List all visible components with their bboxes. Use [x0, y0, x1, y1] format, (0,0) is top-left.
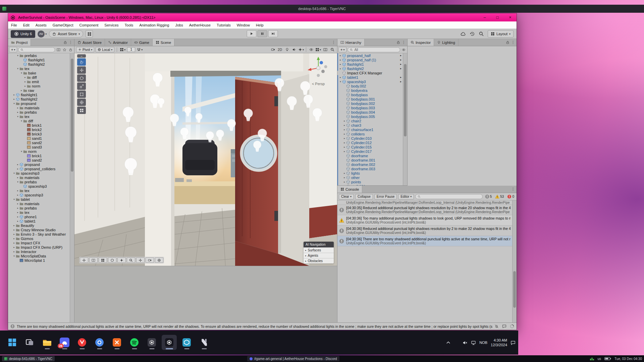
foldout-arrow[interactable]: ▸	[12, 224, 16, 227]
move-tool-button[interactable]	[77, 66, 86, 74]
account-button[interactable]: AV ▾	[38, 31, 47, 38]
hierarchy-item-propsand-half-1[interactable]: ▸propsand_half (1)▸	[337, 58, 403, 62]
tab-asset-store[interactable]: Asset Store	[74, 39, 105, 46]
hierarchy-item-bodyglass-002[interactable]: bodyglass.002	[337, 101, 403, 106]
overlay-drag-handle[interactable]: ═	[77, 54, 86, 58]
foldout-arrow[interactable]: ▸	[12, 246, 16, 249]
lock-icon[interactable]	[506, 41, 509, 44]
tab-inspector[interactable]: Inspector	[408, 39, 434, 46]
menu-help[interactable]: Help	[253, 21, 267, 28]
hierarchy-item-doorframe-002[interactable]: doorframe.002	[337, 162, 403, 167]
hierarchy-item-bodyglass[interactable]: bodyglass	[337, 93, 403, 97]
project-item-tablet[interactable]: ▾tablet	[8, 197, 70, 201]
taskbar-window-discord[interactable]: #game-art-general | AetherHouse Producti…	[247, 356, 339, 361]
close-button[interactable]: ×	[504, 13, 517, 21]
foldout-arrow[interactable]: ▾	[20, 120, 23, 122]
foldout-arrow[interactable]: ▸	[16, 207, 19, 209]
notification-center-icon[interactable]	[511, 340, 516, 345]
asset-store-button[interactable]: Asset Store ▾	[49, 30, 83, 38]
foldout-arrow[interactable]: ▸	[339, 76, 342, 79]
console-entry[interactable]: [04:30:36] There are too many shadowed a…	[337, 236, 512, 246]
foldout-arrow[interactable]: ▸	[16, 111, 19, 114]
panel-menu-icon[interactable]: ⋮	[69, 40, 72, 45]
open-prefab-arrow[interactable]: ▸	[400, 63, 403, 66]
hierarchy-scrollbar[interactable]	[403, 53, 407, 185]
notifications-muted-icon[interactable]	[494, 324, 499, 328]
project-item-norm[interactable]: ▸norm	[8, 84, 70, 88]
console-entry[interactable]: [04:30:36] Too many additional punctual …	[337, 215, 512, 226]
project-search-input[interactable]	[18, 47, 55, 52]
foldout-arrow[interactable]: ▸	[12, 233, 16, 236]
open-prefab-arrow[interactable]: ▸	[400, 54, 403, 57]
link-button[interactable]	[155, 257, 163, 263]
step-button[interactable]	[268, 30, 278, 37]
project-item-raw[interactable]: ▸raw	[8, 88, 70, 93]
camera-settings-button[interactable]	[270, 47, 276, 52]
editor-dropdown[interactable]: Editor▾	[398, 194, 414, 199]
foldout-arrow[interactable]: ▸	[343, 172, 346, 175]
gizmo-toggle-button[interactable]	[136, 257, 145, 263]
scene-viewport[interactable]: < Persp ═	[74, 53, 337, 266]
console-entry[interactable]: [04:30:35] Reduced additional punctual l…	[337, 205, 512, 215]
scene-visibility-toggle[interactable]	[308, 47, 314, 52]
rect-tool-button[interactable]	[77, 90, 86, 98]
foldout-arrow[interactable]: ▸	[343, 176, 346, 179]
project-item-prefabs[interactable]: ▸prefabs	[8, 206, 70, 210]
foldout-arrow[interactable]: ▸	[12, 250, 16, 253]
error-pause-button[interactable]: Error Pause	[374, 194, 397, 199]
foldout-arrow[interactable]: ▸	[16, 220, 19, 223]
project-item-materials[interactable]: ▸materials	[8, 106, 70, 110]
project-item-flashlight1[interactable]: ▸flashlight1	[8, 93, 70, 97]
project-item-flashlight2[interactable]: flashlight2	[8, 62, 70, 66]
network-icon[interactable]	[471, 340, 476, 345]
foldout-arrow[interactable]: ▾	[339, 80, 342, 83]
menu-animation-rigging[interactable]: Animation Rigging	[136, 21, 172, 28]
project-item-sand2[interactable]: sand2	[8, 158, 70, 162]
menu-edit[interactable]: Edit	[20, 21, 33, 28]
tab-project[interactable]: Project	[8, 39, 31, 46]
foldout-arrow[interactable]: ▾	[12, 172, 16, 175]
layout-dropdown[interactable]: Layout ▾	[488, 30, 514, 38]
menu-tutorials[interactable]: Tutorials	[214, 21, 234, 28]
project-item-diff[interactable]: ▾diff	[8, 119, 70, 123]
more-tools-button[interactable]	[77, 107, 86, 114]
open-prefab-arrow[interactable]: ▸	[400, 67, 403, 70]
foldout-arrow[interactable]: ▸	[23, 76, 27, 79]
foldout-arrow[interactable]: ▾	[20, 150, 23, 153]
project-item-sand2[interactable]: sand2	[8, 140, 70, 145]
taskbar-app-browser-blue[interactable]	[92, 335, 107, 350]
tray-expand-icon[interactable]	[446, 340, 451, 345]
foldout-arrow[interactable]: ▸	[23, 85, 27, 87]
tab-console[interactable]: Console	[337, 186, 362, 193]
scene-audio-toggle[interactable]	[291, 47, 297, 52]
project-item-prefabs[interactable]: ▸prefabs	[8, 110, 70, 114]
keyboard-language[interactable]: NOB	[479, 341, 487, 345]
2d-toggle[interactable]: 2D	[277, 47, 283, 52]
search-button[interactable]	[127, 257, 135, 263]
scene-viewport-render[interactable]: < Persp	[74, 53, 337, 266]
menu-window[interactable]: Window	[234, 21, 253, 28]
foldout-arrow[interactable]: ▸	[12, 229, 16, 231]
hierarchy-item-spaceship3[interactable]: ▾spaceship3▸	[337, 79, 403, 84]
project-item-prefabs[interactable]: ▾prefabs	[8, 53, 70, 58]
unity-version-button[interactable]: Unity 6	[11, 30, 35, 38]
foldout-arrow[interactable]: ▸	[12, 94, 16, 96]
hierarchy-item-cylinder-015[interactable]: ▸Cylinder.015	[337, 145, 403, 149]
project-item-gizmos[interactable]: ▸Gizmos	[8, 236, 70, 241]
foldout-arrow[interactable]: ▸	[16, 189, 19, 192]
ai-nav-surfaces[interactable]: ▸Surfaces	[304, 247, 334, 253]
taskbar-app-app-orange[interactable]	[109, 335, 124, 350]
rotate-tool-button[interactable]	[77, 74, 86, 82]
foldout-arrow[interactable]: ▸	[16, 176, 19, 179]
open-prefab-arrow[interactable]: ▸	[400, 76, 403, 79]
menu-services[interactable]: Services	[101, 21, 121, 28]
foldout-arrow[interactable]: ▾	[16, 181, 19, 183]
project-item-brick1[interactable]: brick1	[8, 154, 70, 158]
taskbar-app-spotify[interactable]	[127, 335, 142, 350]
foldout-arrow[interactable]: ▸	[343, 133, 346, 135]
panel-menu-icon[interactable]: ⋮	[332, 40, 335, 45]
status-bar[interactable]: There are too many shadowed additional p…	[8, 322, 517, 330]
console-entry[interactable]: [04:30:36] Reduced additional punctual l…	[337, 226, 512, 236]
foldout-arrow[interactable]: ▸	[16, 216, 19, 218]
foldout-arrow[interactable]: ▾	[12, 198, 16, 201]
